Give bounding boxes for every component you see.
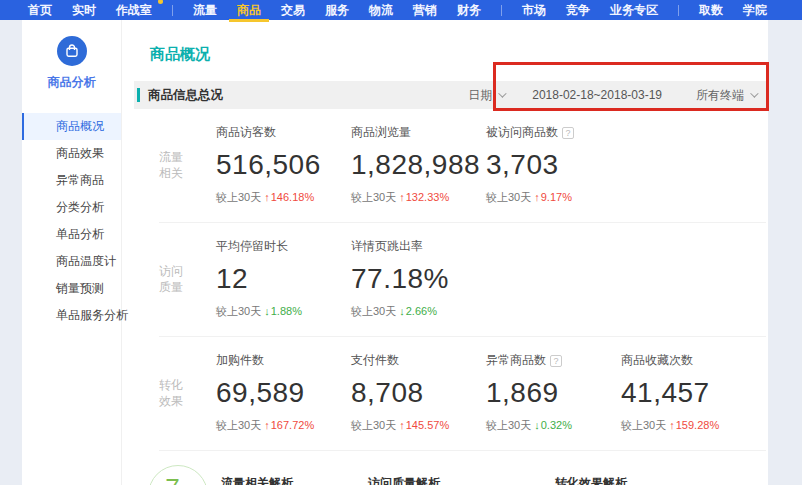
nav-divider [501, 5, 502, 16]
top-nav: 首页 实时 作战室 流量 商品 交易 服务 物流 营销 财务 市场 竞争 业务专… [0, 0, 802, 20]
metric-product-favorites: 商品收藏次数 41,457 较上30天↑159.28% [621, 352, 756, 433]
group-label-traffic: 流量相关 [159, 124, 216, 181]
terminal-filter-dropdown[interactable]: 所有终端 [696, 87, 756, 104]
main-card: 商品分析 商品概况 商品效果 异常商品 分类分析 单品分析 商品温度计 销量预测… [22, 20, 768, 485]
sidebar-header: 商品分析 [22, 36, 121, 91]
sidebar-section-title: 商品分析 [22, 74, 121, 91]
metric-row-conversion: 转化效果 加购件数 69,589 较上30天↑167.72% 支付件数 8,70… [159, 337, 766, 451]
help-icon[interactable]: ? [550, 355, 562, 367]
seven-day-badge: 7天 数据解读 [148, 465, 208, 485]
metric-avg-stay-time: 平均停留时长 12 较上30天↓1.88% [216, 238, 351, 319]
nav-item-market[interactable]: 市场 [512, 0, 556, 20]
arrow-down-icon: ↓ [534, 419, 540, 431]
content-area: 商品概况 商品信息总况 日期 2018-02-18~2018-03-19 所有终… [122, 20, 768, 485]
metric-abnormal-products: 异常商品数? 1,869 较上30天↓0.32% [486, 352, 621, 433]
arrow-down-icon: ↓ [264, 305, 270, 317]
sidebar-item-product-overview[interactable]: 商品概况 [22, 113, 121, 140]
section-header-bar: 商品信息总况 日期 2018-02-18~2018-03-19 所有终端 [134, 81, 768, 109]
nav-item-war-room[interactable]: 作战室 [106, 0, 162, 20]
arrow-up-icon: ↑ [399, 191, 405, 203]
sidebar-item-product-effect[interactable]: 商品效果 [22, 140, 121, 167]
nav-divider [172, 5, 173, 16]
nav-item-home[interactable]: 首页 [18, 0, 62, 20]
insight-visit-quality: 访问质量解析 虽然商品详情页日均跳出率比同行平均好，但平均停留时间低于同行平均，… [368, 465, 555, 485]
nav-item-business-zone[interactable]: 业务专区 [600, 0, 668, 20]
active-tab-underline [229, 19, 269, 22]
nav-divider [678, 5, 679, 16]
arrow-up-icon: ↑ [399, 419, 405, 431]
nav-item-finance[interactable]: 财务 [447, 0, 491, 20]
insight-traffic: 流量相关解析 [221, 465, 368, 485]
product-analysis-icon [57, 36, 87, 66]
nav-item-logistics[interactable]: 物流 [359, 0, 403, 20]
metric-row-visit-quality: 访问质量 平均停留时长 12 较上30天↓1.88% 详情页跳出率 77.18%… [159, 223, 766, 337]
metric-row-traffic: 流量相关 商品访客数 516,506 较上30天↑146.18% 商品浏览量 1… [159, 109, 766, 223]
section-accent-bar [137, 88, 140, 102]
metric-detail-bounce-rate: 详情页跳出率 77.18% 较上30天↓2.66% [351, 238, 486, 319]
sidebar-item-abnormal-products[interactable]: 异常商品 [22, 167, 121, 194]
sidebar: 商品分析 商品概况 商品效果 异常商品 分类分析 单品分析 商品温度计 销量预测… [22, 20, 122, 485]
nav-item-academy[interactable]: 学院 [733, 0, 777, 20]
arrow-up-icon: ↑ [669, 419, 675, 431]
date-type-dropdown[interactable]: 日期 [468, 87, 504, 104]
arrow-down-icon: ↓ [399, 305, 405, 317]
sidebar-item-sales-forecast[interactable]: 销量预测 [22, 275, 121, 302]
metric-product-visitors: 商品访客数 516,506 较上30天↑146.18% [216, 124, 351, 205]
section-title: 商品信息总况 [148, 87, 223, 104]
arrow-up-icon: ↑ [264, 191, 270, 203]
nav-item-trade[interactable]: 交易 [271, 0, 315, 20]
nav-item-data-fetch[interactable]: 取数 [689, 0, 733, 20]
sidebar-item-product-thermometer[interactable]: 商品温度计 [22, 248, 121, 275]
nav-item-competition[interactable]: 竞争 [556, 0, 600, 20]
insight-conversion: 转化效果解析 加购转化率表现还不错，但支付转化率低于同行平均，赶快到异常商品并结… [555, 465, 747, 485]
group-label-conversion: 转化效果 [159, 352, 216, 409]
nav-item-product[interactable]: 商品 [227, 0, 271, 20]
help-icon[interactable]: ? [562, 127, 574, 139]
nav-item-service[interactable]: 服务 [315, 0, 359, 20]
nav-item-realtime[interactable]: 实时 [62, 0, 106, 20]
group-label-visit-quality: 访问质量 [159, 238, 216, 295]
metric-cart-adds: 加购件数 69,589 较上30天↑167.72% [216, 352, 351, 433]
date-range-picker[interactable]: 2018-02-18~2018-03-19 [532, 88, 662, 102]
insights-section: 7天 数据解读 流量相关解析 访问质量解析 虽然商品详情页日均跳出率比同行平均好… [134, 451, 768, 485]
filter-controls: 日期 2018-02-18~2018-03-19 所有终端 [468, 87, 756, 104]
caret-down-icon [750, 89, 758, 97]
arrow-up-icon: ↑ [264, 419, 270, 431]
metric-visited-products: 被访问商品数? 3,703 较上30天↑9.17% [486, 124, 621, 205]
sidebar-item-single-product-service[interactable]: 单品服务分析 [22, 302, 121, 329]
metric-paid-items: 支付件数 8,708 较上30天↑145.57% [351, 352, 486, 433]
caret-down-icon [498, 89, 506, 97]
notification-dot-icon [158, 0, 163, 4]
page-title: 商品概况 [150, 45, 768, 64]
arrow-up-icon: ↑ [534, 191, 540, 203]
sidebar-menu: 商品概况 商品效果 异常商品 分类分析 单品分析 商品温度计 销量预测 单品服务… [22, 113, 121, 329]
nav-item-marketing[interactable]: 营销 [403, 0, 447, 20]
sidebar-item-single-product-analysis[interactable]: 单品分析 [22, 221, 121, 248]
metric-product-pageviews: 商品浏览量 1,828,988 较上30天↑132.33% [351, 124, 486, 205]
sidebar-item-category-analysis[interactable]: 分类分析 [22, 194, 121, 221]
nav-item-traffic[interactable]: 流量 [183, 0, 227, 20]
